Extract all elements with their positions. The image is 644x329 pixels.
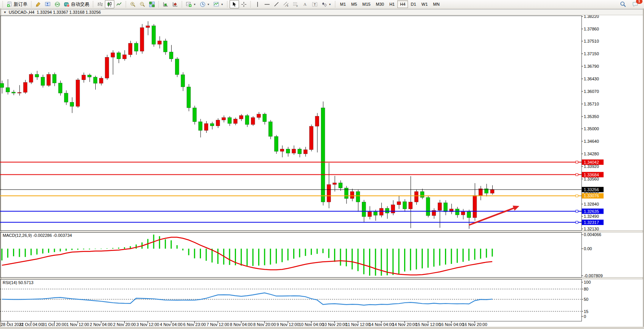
label-t-icon: T <box>312 2 318 7</box>
chat-button[interactable]: 1 <box>630 0 640 8</box>
rsi-axis-label: 80 <box>584 287 588 291</box>
timeframe-mn-button[interactable]: MN <box>430 0 442 8</box>
main-toolbar: 新订单 自动交易 ▼ ▼ ▼ E F A T ▼ M1 M5 M15 M30 H… <box>0 0 644 9</box>
cursor-tool-button[interactable] <box>230 0 239 8</box>
timeframe-d1-button[interactable]: D1 <box>408 0 419 8</box>
timeframe-h4-button[interactable]: H4 <box>397 0 408 8</box>
price-axis-label: 1.35350 <box>584 114 599 119</box>
price-tag-label: 1.33684 <box>584 172 599 177</box>
user-icon <box>45 2 51 7</box>
auto-trading-button[interactable]: 自动交易 <box>62 0 91 8</box>
price-axis-label: 1.34280 <box>584 152 599 156</box>
trendline-icon <box>274 2 279 7</box>
price-axis-label: 1.37150 <box>584 51 599 56</box>
date-tick-label: 8 Nov 04:00 <box>230 322 252 327</box>
fibonacci-icon: F <box>293 2 299 7</box>
price-axis-label: 1.36790 <box>584 64 599 69</box>
date-tick-label: 6 Nov 23:00 <box>183 322 206 327</box>
vertical-line-icon <box>255 2 260 7</box>
rsi-axis-label: 50 <box>584 297 588 302</box>
price-tag-label: 1.32317 <box>584 220 599 225</box>
auto-scroll-button[interactable] <box>161 0 170 8</box>
vertical-line-tool-button[interactable] <box>253 0 262 8</box>
signals-button[interactable] <box>53 0 62 8</box>
date-tick-label: 14 Nov 04:00 <box>369 322 393 327</box>
new-order-label: 新订单 <box>14 1 27 8</box>
paint-icon <box>35 2 41 7</box>
price-axis-label: 1.32130 <box>584 227 599 231</box>
trendline-tool-button[interactable] <box>272 0 281 8</box>
period-button[interactable]: ▼ <box>198 0 212 8</box>
new-order-icon <box>7 2 13 7</box>
svg-text:E: E <box>287 5 288 7</box>
toolbar-grip <box>31 1 32 7</box>
date-tick-label: 4 Nov 04:00 <box>160 322 182 327</box>
timeframe-w1-button[interactable]: W1 <box>419 0 430 8</box>
candlestick-mode-button[interactable] <box>105 0 114 8</box>
auto-trading-icon <box>64 2 70 7</box>
line-chart-icon <box>116 2 122 7</box>
text-a-icon: A <box>302 2 308 7</box>
chart-plot-area[interactable] <box>0 16 581 321</box>
search-icon <box>620 1 626 7</box>
search-button[interactable] <box>618 0 628 8</box>
price-tag-label: 1.34042 <box>584 160 599 164</box>
price-axis-label: 1.35000 <box>584 126 599 131</box>
crosshair-tool-button[interactable] <box>239 0 249 8</box>
new-order-button[interactable]: 新订单 <box>5 0 29 8</box>
clock-icon <box>200 2 206 7</box>
timeframe-m15-button[interactable]: M15 <box>360 0 373 8</box>
chart-title-ohlc: 1.33294 1.33367 1.33168 1.33256 <box>37 10 101 14</box>
accounts-button[interactable] <box>43 0 53 8</box>
dropdown-arrow-icon: ▼ <box>329 3 331 6</box>
zoom-in-icon <box>130 2 136 7</box>
new-chart-icon <box>186 2 192 7</box>
new-chart-button[interactable]: ▼ <box>184 0 198 8</box>
bar-chart-mode-button[interactable] <box>95 0 105 8</box>
tile-windows-button[interactable] <box>147 0 157 8</box>
styler-button[interactable] <box>34 0 43 8</box>
date-tick-label: 31 Oct 04:00 <box>19 322 43 327</box>
candlestick-icon <box>107 2 112 7</box>
chart-titlebar[interactable]: ▼ USDCAD-,H4 1.33294 1.33367 1.33168 1.3… <box>1 9 643 15</box>
shapes-tool-button[interactable]: ▼ <box>320 0 333 8</box>
chart-canvas[interactable]: 1.382201.378601.375101.371501.367901.364… <box>0 0 644 329</box>
toolbar-grip <box>158 1 160 7</box>
date-tick-label: 11 Nov 12:00 <box>346 322 371 327</box>
date-tick-label: 16 Nov 20:00 <box>462 322 487 327</box>
channel-tool-button[interactable]: E <box>281 0 291 8</box>
timeframe-m5-button[interactable]: M5 <box>348 0 360 8</box>
macd-axis-label: -0.007809 <box>584 273 603 278</box>
timeframe-h1-button[interactable]: H1 <box>387 0 397 8</box>
price-axis-label: 1.36430 <box>584 77 599 81</box>
timeframe-m1-button[interactable]: M1 <box>337 0 348 8</box>
price-tag-label: 1.33076 <box>584 193 599 198</box>
chart-collapse-icon[interactable]: ▼ <box>3 11 6 14</box>
dropdown-arrow-icon: ▼ <box>207 3 210 6</box>
toolbar-grip <box>125 1 127 7</box>
chart-shift-button[interactable] <box>170 0 180 8</box>
price-axis-label: 1.33560 <box>584 177 599 181</box>
date-tick-label: 2 Nov 20:00 <box>113 322 136 327</box>
label-tool-button[interactable]: T <box>310 0 320 8</box>
macd-axis-label: 0.004066 <box>584 232 601 237</box>
svg-text:A: A <box>304 2 307 6</box>
text-tool-button[interactable]: A <box>300 0 310 8</box>
rsi-axis-label: 0 <box>584 314 586 319</box>
cursor-icon <box>231 2 237 7</box>
toolbar-grip <box>226 1 228 7</box>
horizontal-line-tool-button[interactable] <box>262 0 272 8</box>
auto-scroll-icon <box>163 2 169 7</box>
line-chart-mode-button[interactable] <box>114 0 124 8</box>
zoom-in-button[interactable] <box>128 0 138 8</box>
shapes-icon <box>321 2 327 7</box>
rsi-axis-label: 15 <box>584 309 588 314</box>
chart-shift-icon <box>172 2 178 7</box>
zoom-out-button[interactable] <box>138 0 147 8</box>
fibonacci-tool-button[interactable]: F <box>291 0 300 8</box>
price-axis-label: 1.37510 <box>584 39 599 43</box>
svg-text:F: F <box>296 5 298 7</box>
timeframe-m30-button[interactable]: M30 <box>373 0 387 8</box>
chart-title-symbol: USDCAD-,H4 <box>9 10 34 14</box>
indicators-button[interactable]: ▼ <box>212 0 225 8</box>
